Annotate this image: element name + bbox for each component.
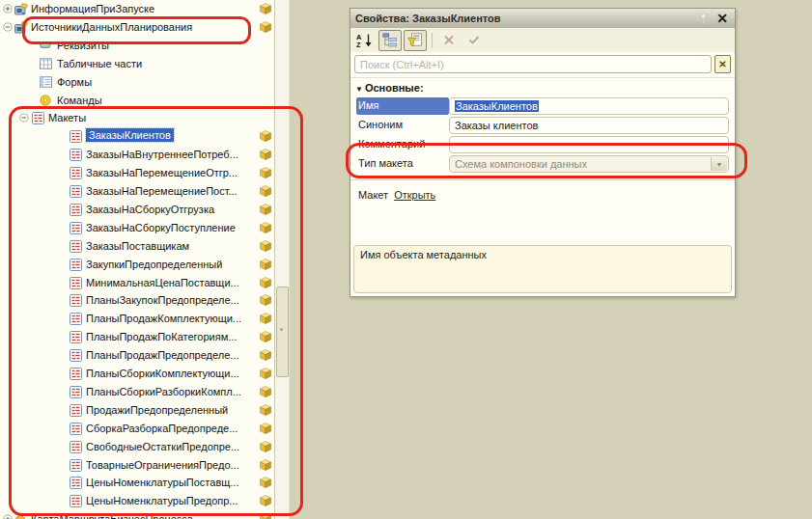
open-layout-link[interactable]: Открыть xyxy=(394,189,435,201)
tree-item[interactable]: ПланыПродажПредопределе... xyxy=(0,346,272,365)
property-label: Синоним xyxy=(356,117,449,134)
collapse-icon[interactable] xyxy=(19,113,29,123)
tree-item[interactable]: ТоварныеОграниченияПредо... xyxy=(0,456,272,475)
layout-icon xyxy=(70,185,83,198)
layout-icon xyxy=(70,368,83,380)
layout-icon xyxy=(70,240,83,253)
tree-item[interactable]: ПланыЗакупокПредопределе... xyxy=(0,291,272,310)
tree-item[interactable]: Табличные части xyxy=(0,55,272,73)
attribute-icon xyxy=(40,40,53,52)
cube-icon xyxy=(260,368,271,379)
tree-item-label: ЦеныНоменклатурыПоставщ... xyxy=(86,477,238,488)
section-main[interactable]: ▼Основные: xyxy=(350,77,735,96)
tree-item[interactable]: ЗаказыНаПеремещениеПост... xyxy=(0,182,272,201)
clear-search-icon[interactable]: ✕ xyxy=(714,55,731,73)
layout-icon xyxy=(70,477,83,489)
tree-item[interactable]: ЗаказыНаПеремещениеОтгр... xyxy=(0,164,272,182)
svg-text:Z: Z xyxy=(356,41,361,48)
property-value: Схема компоновки данных xyxy=(455,158,587,170)
expand-icon[interactable] xyxy=(3,514,13,519)
metadata-tree: ИнформацияПриЗапускеИсточникиДанныхПлани… xyxy=(0,0,275,519)
collapse-icon[interactable] xyxy=(3,22,13,32)
tree-item[interactable]: ПродажиПредопределенный xyxy=(0,401,272,420)
property-input-field[interactable]: Заказы клиентов xyxy=(449,117,729,134)
tree-item[interactable]: МинимальнаяЦенаПоставщи... xyxy=(0,274,272,292)
property-dropdown-field[interactable]: Схема компоновки данных▼ xyxy=(449,155,729,173)
tree-item[interactable]: ЦеныНоменклатурыПредопр... xyxy=(0,492,272,510)
tree-item[interactable]: ЦеныНоменклатурыПоставщ... xyxy=(0,474,272,492)
tree-item[interactable]: ПланыСборкиРазборкиКомпл... xyxy=(0,383,272,401)
tree-item-label: ЦеныНоменклатурыПредопр... xyxy=(86,495,238,506)
property-fields: ИмяЗаказыКлиентовСинонимЗаказы клиентовК… xyxy=(350,96,735,173)
tree-item-label: ЗаказыНаПеремещениеПост... xyxy=(86,185,238,197)
tree-item-label: Табличные части xyxy=(57,58,142,69)
cancel-x-button[interactable] xyxy=(437,30,461,51)
tree-item[interactable]: ЗакупкиПредопределенный xyxy=(0,256,272,274)
layout-icon xyxy=(70,204,83,216)
layout-icon xyxy=(70,331,83,343)
cube-icon xyxy=(260,240,271,252)
tree-item[interactable]: ЗаказыНаВнутреннееПотреб... xyxy=(0,146,272,164)
layout-icon xyxy=(70,459,83,472)
cube-icon xyxy=(260,21,271,33)
tree-item[interactable]: ПланыПродажКомплектующи... xyxy=(0,310,272,328)
apply-check-button[interactable] xyxy=(462,30,486,51)
cube-icon xyxy=(260,513,271,519)
property-label: Тип макета xyxy=(356,155,449,173)
table-icon xyxy=(40,58,53,70)
properties-panel-title: Свойства: ЗаказыКлиентов xyxy=(355,13,501,24)
tree-item[interactable]: СвободныеОстаткиПредопре... xyxy=(0,438,272,456)
show-important-button[interactable] xyxy=(404,30,427,51)
expand-icon[interactable] xyxy=(3,4,13,14)
scrollbar-thumb[interactable] xyxy=(276,287,289,377)
cube-icon xyxy=(260,294,271,306)
cube-icon xyxy=(260,149,271,160)
cube-icon xyxy=(260,331,271,342)
pin-icon[interactable] xyxy=(699,13,708,25)
collapse-triangle-icon: ▼ xyxy=(355,85,363,94)
properties-panel-header: Свойства: ЗаказыКлиентов ✕ xyxy=(350,9,735,28)
tree-item[interactable]: ИнформацияПриЗапуске xyxy=(0,0,272,18)
tree-item-label: ИнформацияПриЗапуске xyxy=(31,3,154,14)
tree-item-label: ПланыСборкиКомплектующи... xyxy=(86,368,239,379)
cube-icon xyxy=(260,459,271,471)
cube-icon xyxy=(260,204,271,215)
tree-item[interactable]: Макеты xyxy=(0,109,272,127)
layout-icon xyxy=(70,441,83,453)
cube-icon xyxy=(260,404,271,416)
tree-item[interactable]: Реквизиты xyxy=(0,37,272,55)
property-row: Комментарий xyxy=(356,136,729,153)
tree-item[interactable]: ЗаказыКлиентов xyxy=(0,127,272,146)
cube-icon xyxy=(260,477,271,488)
sort-alphabetical-button[interactable]: AZ xyxy=(353,30,377,51)
tree-item[interactable]: СборкаРазборкаПредопреде... xyxy=(0,420,272,438)
layout-icon xyxy=(70,423,83,435)
layout-icon xyxy=(70,294,83,307)
close-icon[interactable]: ✕ xyxy=(714,12,730,25)
tree-item[interactable]: Формы xyxy=(0,73,272,92)
tree-item[interactable]: ПланыПродажПоКатегориям... xyxy=(0,328,272,346)
search-row: ✕ xyxy=(350,52,735,75)
tree-item[interactable]: ИсточникиДанныхПланирования xyxy=(0,18,272,37)
chevron-down-icon[interactable]: ▼ xyxy=(711,157,727,171)
property-label: Комментарий xyxy=(356,136,449,153)
cube-icon xyxy=(260,423,271,434)
search-input[interactable] xyxy=(354,55,712,73)
tree-item-label: ПланыСборкиРазборкиКомпл... xyxy=(86,386,241,397)
tree-scrollbar[interactable] xyxy=(275,0,290,519)
tree-item[interactable]: ЗаказыНаСборкуОтгрузка xyxy=(0,201,272,219)
tree-item[interactable]: КартаМаршрутаБизнесПроцесса xyxy=(0,510,272,519)
tree-item-label: Макеты xyxy=(48,112,86,123)
cube-icon xyxy=(260,495,271,506)
property-input-field[interactable] xyxy=(449,136,729,153)
property-label: Имя xyxy=(356,97,449,115)
tree-item[interactable]: Команды xyxy=(0,92,272,110)
tree-item[interactable]: ПланыСборкиКомплектующи... xyxy=(0,365,272,383)
layout-icon xyxy=(70,259,83,271)
property-input-field[interactable]: ЗаказыКлиентов xyxy=(449,97,729,115)
tree-item[interactable]: ЗаказыНаСборкуПоступление xyxy=(0,219,272,237)
tree-item[interactable]: ЗаказыПоставщикам xyxy=(0,237,272,256)
tree-item-label: ЗаказыПоставщикам xyxy=(86,240,189,252)
show-categories-button[interactable] xyxy=(378,30,402,51)
property-description-box: Имя объекта метаданных xyxy=(353,245,732,293)
